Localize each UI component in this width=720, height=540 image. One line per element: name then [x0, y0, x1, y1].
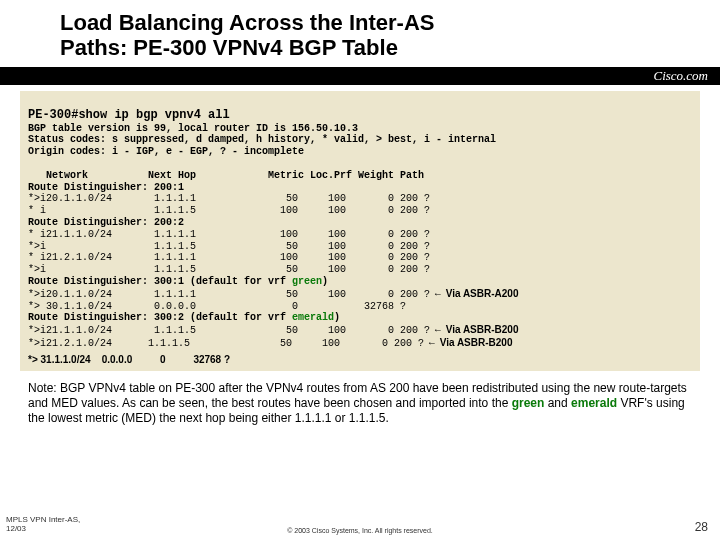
footer-left: MPLS VPN Inter-AS,12/03 [6, 515, 80, 534]
terminal-output: PE-300#show ip bgp vpnv4 all BGP table v… [20, 91, 700, 372]
slide-title: Load Balancing Across the Inter-ASPaths:… [60, 10, 700, 61]
footer-copyright: © 2003 Cisco Systems, Inc. All rights re… [287, 527, 433, 534]
page-number: 28 [695, 520, 708, 534]
command-line: PE-300#show ip bgp vpnv4 all [28, 108, 230, 122]
extra-row: *> 31.1.1.0/24 0.0.0.0 0 32768 ? [28, 354, 692, 366]
cisco-bar: Cisco.com [0, 67, 720, 85]
note-text: Note: BGP VPNv4 table on PE-300 after th… [28, 381, 692, 426]
